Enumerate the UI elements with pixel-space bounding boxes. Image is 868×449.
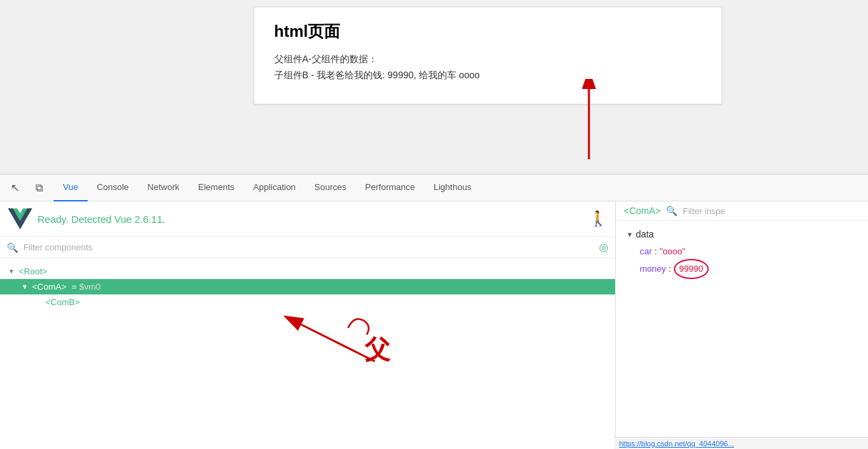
vue-panel: Ready. Detected Vue 2.6.11. 🚶 🔍 ◎ ▼ <Roo… — [0, 201, 616, 449]
tab-console[interactable]: Console — [88, 175, 139, 201]
field-money-value: 99990 — [674, 259, 709, 278]
field-car-value: "oooo" — [660, 244, 685, 259]
data-label: data — [636, 229, 654, 240]
inspector-body: ▼ data car : "oooo" money : 99990 — [616, 221, 868, 292]
inspector-panel: <ComA> 🔍 Filter inspe ▼ data car : "oooo… — [616, 201, 868, 449]
inspect-icon[interactable]: ⧉ — [29, 179, 48, 197]
data-section-header: ▼ data — [626, 229, 857, 240]
vue-logo — [8, 207, 32, 231]
inspector-filter-text: Filter inspe — [683, 206, 725, 216]
field-money-name: money — [640, 261, 666, 276]
coma-component-name: <ComA> — [32, 282, 66, 292]
tree-item-comb[interactable]: <ComB> — [0, 294, 615, 310]
html-line2: 子组件B - 我老爸给我的钱: 99990, 给我的车 oooo — [274, 68, 701, 84]
search-icon: 🔍 — [7, 242, 18, 253]
field-car-name: car — [640, 244, 652, 259]
html-page-title: html页面 — [274, 21, 701, 42]
tab-performance[interactable]: Performance — [356, 175, 424, 201]
tab-vue[interactable]: Vue — [54, 175, 88, 201]
field-money-colon: : — [669, 261, 671, 276]
filter-bar: 🔍 ◎ — [0, 237, 615, 258]
html-card: html页面 父组件A-父组件的数据： 子组件B - 我老爸给我的钱: 9999… — [254, 7, 722, 104]
data-section: ▼ data car : "oooo" money : 99990 — [626, 229, 857, 279]
data-chevron: ▼ — [626, 231, 633, 238]
root-chevron: ▼ — [8, 268, 16, 275]
devtools-tab-bar: ↖ ⧉ Vue Console Network Elements Applica… — [0, 175, 868, 201]
coma-vm: $vm0 — [80, 282, 101, 292]
root-component-name: <Root> — [19, 266, 48, 276]
tab-network[interactable]: Network — [138, 175, 189, 201]
html-line1: 父组件A-父组件的数据： — [274, 52, 701, 68]
status-bar: https://blog.csdn.net/qq_4044096... — [614, 437, 868, 449]
field-car: car : "oooo" — [626, 244, 857, 259]
inspector-header: <ComA> 🔍 Filter inspe — [616, 201, 868, 221]
webpage-area: html页面 父组件A-父组件的数据： 子组件B - 我老爸给我的钱: 9999… — [0, 0, 868, 154]
vue-header: Ready. Detected Vue 2.6.11. 🚶 — [0, 201, 615, 237]
devtools-body: Ready. Detected Vue 2.6.11. 🚶 🔍 ◎ ▼ <Roo… — [0, 201, 868, 449]
vue-ready-text: Ready. Detected Vue 2.6.11. — [37, 213, 165, 225]
coma-equals: = — [69, 282, 76, 292]
filter-components-input[interactable] — [23, 242, 594, 252]
comb-component-name: <ComB> — [46, 297, 80, 307]
tab-lighthouse[interactable]: Lighthous — [424, 175, 481, 201]
tree-item-root[interactable]: ▼ <Root> — [0, 264, 615, 279]
tree-item-coma[interactable]: ▼ <ComA> = $vm0 — [0, 279, 615, 294]
inspector-search-icon: 🔍 — [666, 205, 677, 216]
status-url: https://blog.csdn.net/qq_4044096... — [619, 440, 734, 448]
tab-application[interactable]: Application — [244, 175, 305, 201]
tab-sources[interactable]: Sources — [305, 175, 356, 201]
coma-chevron: ▼ — [21, 283, 29, 290]
devtools-panel: ↖ ⧉ Vue Console Network Elements Applica… — [0, 174, 868, 449]
field-car-colon: : — [655, 244, 657, 259]
vue-person-icon[interactable]: 🚶 — [589, 210, 607, 228]
target-icon[interactable]: ◎ — [599, 241, 608, 254]
inspector-title: <ComA> — [624, 205, 661, 216]
component-tree: ▼ <Root> ▼ <ComA> = $vm0 <ComB> — [0, 258, 615, 449]
cursor-icon[interactable]: ↖ — [5, 179, 24, 197]
tab-icon-group: ↖ ⧉ — [5, 179, 48, 197]
field-money: money : 99990 — [626, 259, 857, 278]
tab-elements[interactable]: Elements — [189, 175, 244, 201]
